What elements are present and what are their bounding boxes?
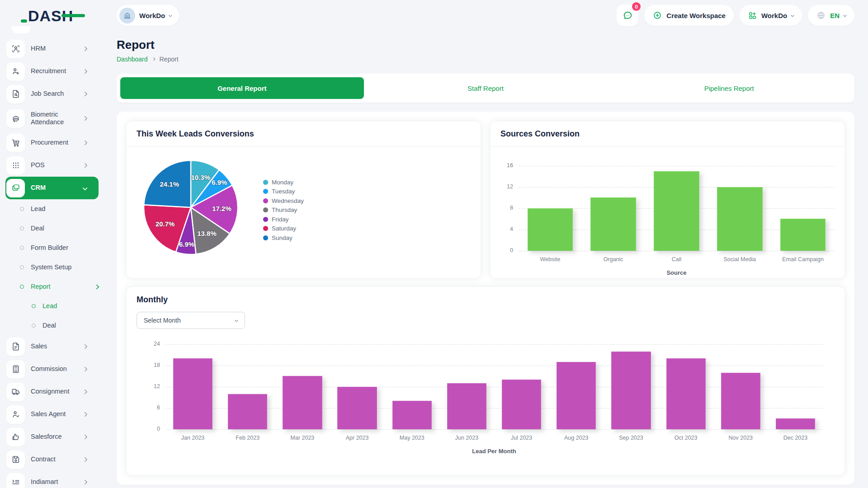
sidebar-item-hrm[interactable]: HRM: [5, 38, 99, 60]
legend-label: Sunday: [272, 235, 292, 241]
x-axis-label: Social Media: [708, 256, 771, 263]
workspace-avatar-icon: [119, 8, 135, 23]
sidebar-item-procurement[interactable]: Procurement: [5, 131, 99, 154]
app-logo[interactable]: DASH: [28, 7, 73, 25]
sidebar-subitem-deal[interactable]: Deal: [5, 316, 99, 335]
x-axis-label: Feb 2023: [220, 435, 275, 441]
indiamart-icon: [11, 477, 21, 487]
sidebar-item-salesforce[interactable]: Salesforce: [5, 426, 99, 448]
sidebar-item-label: Indiamart: [31, 478, 83, 486]
x-axis-title: Lead Per Month: [165, 448, 823, 455]
pie-slice-label: 24.1%: [160, 180, 179, 188]
leads-conversions-card: This Week Leads Conversions 10.3%6.9%17.…: [127, 122, 481, 278]
bullet-circle-icon: [20, 207, 24, 211]
sidebar-item-label: Commission: [31, 365, 83, 373]
salesforce-icon: [6, 428, 25, 446]
bar-may-2023: [392, 401, 432, 429]
legend-label: Thursday: [272, 206, 297, 213]
biometric-icon: [6, 109, 25, 128]
chevron-right-icon: [82, 457, 87, 462]
bullet-circle-icon: [20, 246, 24, 250]
legend-label: Wednesday: [272, 197, 304, 204]
x-axis-labels: WebsiteOrganicCallSocial MediaEmail Camp…: [519, 256, 835, 263]
legend-item-wednesday[interactable]: Wednesday: [263, 196, 304, 206]
chevron-right-icon: [151, 57, 155, 61]
x-axis-label: Jul 2023: [494, 435, 549, 441]
sidebar-subitem-system-setup[interactable]: System Setup: [5, 258, 99, 277]
workspace-switcher[interactable]: WorkDo: [117, 5, 179, 26]
card-title: This Week Leads Conversions: [137, 129, 254, 138]
sidebar-item-label: Deal: [42, 322, 99, 329]
sidebar-item-crm[interactable]: CRM: [5, 177, 99, 199]
month-select[interactable]: Select Month: [137, 312, 245, 329]
pie-slice-label: 6.9%: [179, 240, 194, 248]
sidebar-item-contract[interactable]: Contract: [5, 448, 99, 471]
bar-apr-2023: [337, 387, 377, 429]
sidebar-item-consignment[interactable]: Consignment: [5, 380, 99, 403]
sidebar-subitem-lead[interactable]: Lead: [5, 199, 99, 219]
sidebar-subitem-lead[interactable]: Lead: [5, 296, 99, 316]
messages-button[interactable]: 0: [617, 5, 638, 26]
sidebar-subitem-deal[interactable]: Deal: [5, 219, 99, 238]
sidebar-item-label: Sales: [31, 343, 83, 350]
bar-slot: [165, 344, 220, 429]
pie-slice-label: 20.7%: [156, 220, 175, 228]
sidebar-subitem-form-builder[interactable]: Form Builder: [5, 238, 99, 258]
sidebar-subitem-report[interactable]: Report: [5, 277, 99, 296]
legend-dot-icon: [263, 207, 268, 212]
legend-item-friday[interactable]: Friday: [263, 215, 304, 224]
sidebar-item-label: Job Search: [31, 90, 83, 98]
biometric-icon: [11, 113, 21, 123]
sidebar-item-job-search[interactable]: Job Search: [5, 83, 99, 105]
tab-pipelines-report[interactable]: Pipelines Report: [607, 77, 851, 99]
bar-aug-2023: [557, 362, 596, 429]
bar-slot: [220, 344, 275, 429]
language-selector[interactable]: EN: [808, 5, 854, 26]
y-axis-tick: 0: [497, 247, 513, 253]
bar-slot: [768, 344, 823, 429]
legend-item-thursday[interactable]: Thursday: [263, 206, 304, 215]
bar-slot: [519, 166, 582, 251]
bars-group: [519, 166, 835, 251]
plot-area: 0481216: [519, 166, 835, 251]
legend-item-monday[interactable]: Monday: [263, 178, 304, 187]
create-workspace-button[interactable]: Create Workspace: [644, 5, 734, 26]
sidebar-item-biometric-attendance[interactable]: Biometric Attendance: [5, 105, 99, 131]
y-axis-tick: 24: [144, 341, 160, 347]
sidebar-item-label: Recruitment: [31, 67, 83, 75]
tab-general-report[interactable]: General Report: [120, 77, 364, 99]
legend-item-tuesday[interactable]: Tuesday: [263, 187, 304, 197]
language-code: EN: [830, 12, 840, 19]
x-axis-label: Apr 2023: [330, 435, 385, 441]
legend-dot-icon: [263, 180, 268, 185]
breadcrumb-dashboard-link[interactable]: Dashboard: [117, 56, 148, 63]
y-axis-tick: 8: [497, 205, 513, 211]
y-axis-tick: 12: [497, 183, 513, 190]
bar-dec-2023: [776, 418, 815, 429]
report-tabs: General Report Staff Report Pipelines Re…: [117, 74, 854, 103]
x-axis-label: Website: [519, 256, 582, 263]
sidebar-item-pos[interactable]: POS: [5, 154, 99, 177]
commission-icon: [11, 364, 21, 374]
tab-staff-report[interactable]: Staff Report: [364, 77, 608, 99]
pie-slice-label: 6.9%: [212, 178, 227, 186]
sidebar-item-commission[interactable]: Commission: [5, 358, 99, 380]
sidebar-item-recruitment[interactable]: Recruitment: [5, 60, 99, 83]
bar-sep-2023: [611, 352, 651, 429]
legend-item-saturday[interactable]: Saturday: [263, 224, 304, 234]
recruitment-icon: [11, 66, 21, 76]
sidebar-item-label: Lead: [42, 302, 99, 310]
pos-icon: [6, 156, 25, 175]
workdo-apps-menu[interactable]: WorkDo: [740, 5, 802, 26]
app-root: DASH HRMRecruitmentJob SearchBiometric A…: [0, 0, 868, 488]
legend-item-sunday[interactable]: Sunday: [263, 233, 304, 243]
sidebar-item-indiamart[interactable]: Indiamart: [5, 471, 99, 488]
main-area: WorkDo 0 Create Workspace WorkDo: [104, 0, 868, 488]
legend-dot-icon: [263, 217, 268, 222]
crm-icon: [6, 179, 25, 197]
sidebar-item-sales[interactable]: Sales: [5, 335, 99, 358]
sidebar-item-sales-agent[interactable]: Sales Agent: [5, 403, 99, 426]
pie-chart-area: 10.3%6.9%17.2%13.8%6.9%20.7%24.1% Monday…: [127, 147, 481, 277]
report-panel: This Week Leads Conversions 10.3%6.9%17.…: [117, 112, 854, 485]
sources-bar-chart: 0481216WebsiteOrganicCallSocial MediaEma…: [491, 147, 844, 276]
